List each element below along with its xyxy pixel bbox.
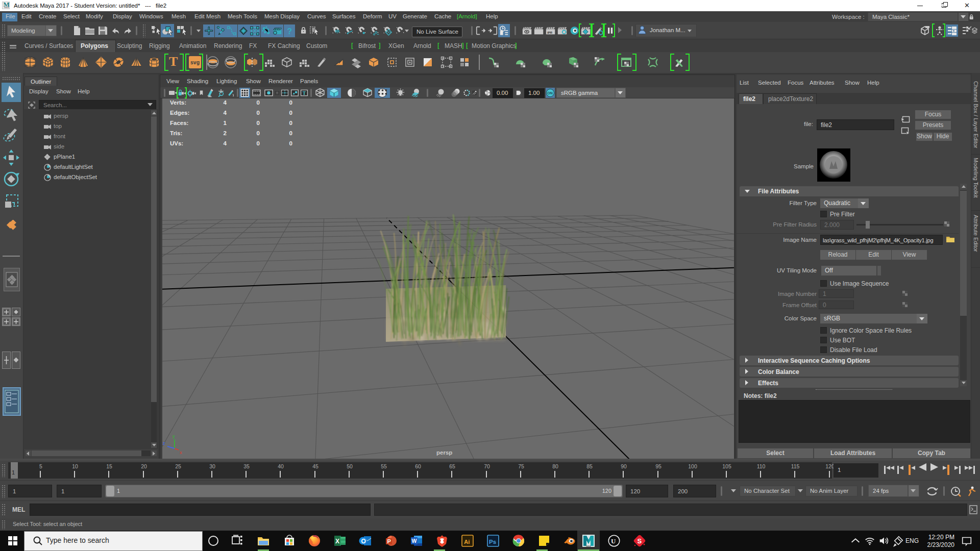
svg-text:Ai: Ai — [464, 539, 470, 545]
svg-text:S: S — [638, 537, 642, 545]
svg-text:T: T — [303, 90, 306, 96]
svg-text:MAYA: MAYA — [586, 545, 591, 547]
svg-text:O: O — [361, 538, 366, 545]
svg-text:X: X — [335, 538, 339, 545]
svg-text:W: W — [412, 538, 417, 544]
svg-text:z: z — [163, 441, 165, 446]
svg-text:IPR: IPR — [547, 31, 553, 34]
svg-text:?: ? — [287, 27, 292, 36]
svg-text:ON: ON — [547, 91, 553, 95]
svg-text:U: U — [611, 537, 616, 545]
svg-text:x: x — [180, 450, 182, 455]
svg-text:Ps: Ps — [489, 539, 496, 545]
svg-text:y: y — [173, 434, 175, 439]
svg-text:P: P — [387, 538, 391, 544]
